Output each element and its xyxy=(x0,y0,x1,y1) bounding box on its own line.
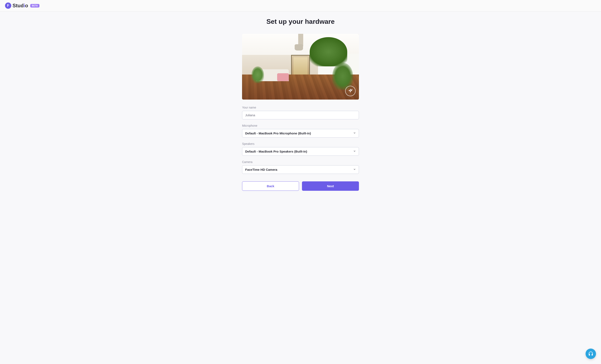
room-scene-illustration xyxy=(242,34,359,100)
sparkle-icon xyxy=(348,89,353,93)
microphone-group: Microphone Default - MacBook Pro Microph… xyxy=(242,124,359,138)
camera-group: Camera FaceTime HD Camera xyxy=(242,160,359,174)
logo[interactable]: F Studio BETA xyxy=(5,2,40,9)
page-title: Set up your hardware xyxy=(242,18,359,25)
speakers-label: Speakers xyxy=(242,142,359,145)
name-field[interactable] xyxy=(242,111,359,119)
support-button[interactable] xyxy=(586,349,596,359)
logo-text: Studio xyxy=(12,3,28,9)
microphone-select[interactable]: Default - MacBook Pro Microphone (Built-… xyxy=(242,129,359,138)
microphone-label: Microphone xyxy=(242,124,359,127)
logo-letter: F xyxy=(7,4,9,8)
name-label: Your name xyxy=(242,106,359,109)
camera-select[interactable]: FaceTime HD Camera xyxy=(242,165,359,174)
next-button[interactable]: Next xyxy=(302,181,359,191)
main-content: Set up your hardware Your name xyxy=(242,11,359,201)
button-row: Back Next xyxy=(242,181,359,191)
speakers-select[interactable]: Default - MacBook Pro Speakers (Built-in… xyxy=(242,147,359,156)
camera-label: Camera xyxy=(242,160,359,164)
camera-preview xyxy=(242,34,359,100)
back-button[interactable]: Back xyxy=(242,181,299,191)
name-group: Your name xyxy=(242,106,359,119)
headset-icon xyxy=(588,351,593,356)
app-header: F Studio BETA xyxy=(0,0,601,11)
speakers-group: Speakers Default - MacBook Pro Speakers … xyxy=(242,142,359,156)
effects-button[interactable] xyxy=(345,86,356,96)
beta-badge: BETA xyxy=(30,4,40,8)
logo-icon: F xyxy=(5,2,11,9)
